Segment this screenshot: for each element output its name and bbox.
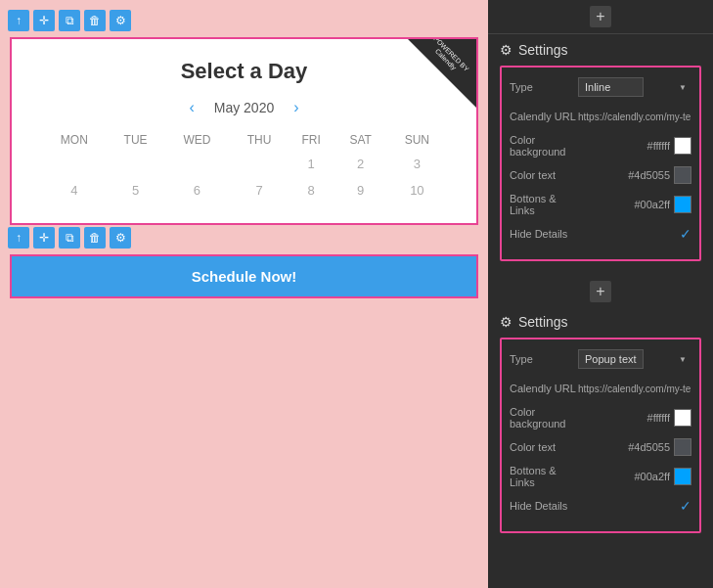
color-text-hex-1: #4d5055 <box>628 169 670 181</box>
color-text-swatch-1[interactable] <box>674 166 691 184</box>
color-text-value-2: #4d5055 <box>578 438 691 456</box>
calendar-cell: 9 <box>334 177 387 204</box>
btns-value-2: #00a2ff <box>578 468 691 485</box>
next-month-button[interactable]: › <box>293 100 298 115</box>
day-header-thu: THU <box>230 129 289 151</box>
drag-button-2[interactable]: ✛ <box>33 227 55 249</box>
settings-title-2: Settings <box>518 314 568 330</box>
settings-section-2: ⚙ Settings Type Popup text Inline Calen <box>488 306 713 549</box>
url-value-2: https://calendly.com/my-te <box>578 384 691 394</box>
settings-button-2[interactable]: ⚙ <box>110 227 131 249</box>
calendar-cell: 3 <box>387 151 447 177</box>
btns-hex-1: #00a2ff <box>634 199 670 210</box>
drag-button[interactable]: ✛ <box>33 10 55 31</box>
canvas: ↑ ✛ ⧉ 🗑 ⚙ POWERED BY Calendly Select a D… <box>0 0 488 588</box>
calendar-cell: 5 <box>108 177 164 204</box>
type-select-2[interactable]: Popup text Inline <box>578 349 644 369</box>
add-btn-row-top: + <box>488 0 713 34</box>
duplicate-button[interactable]: ⧉ <box>59 10 80 31</box>
url-value-1: https://calendly.com/my-te <box>578 112 691 122</box>
color-bg-swatch-1[interactable] <box>674 137 691 155</box>
settings-button[interactable]: ⚙ <box>110 10 131 31</box>
calendar-grid: MON TUE WED THU FRI SAT SUN <box>41 129 447 204</box>
url-row-2: Calendly URL https://calendly.com/my-te <box>510 377 691 400</box>
day-header-sat: SAT <box>334 129 387 151</box>
add-widget-button-middle[interactable]: + <box>590 281 611 302</box>
schedule-now-button[interactable]: Schedule Now! <box>12 256 476 296</box>
calendar-title: Select a Day <box>41 59 447 84</box>
calendar-cell: 10 <box>387 177 447 204</box>
day-header-mon: MON <box>41 129 108 151</box>
move-up-button-2[interactable]: ↑ <box>8 227 29 249</box>
hide-check-2: ✓ <box>578 498 691 514</box>
schedule-widget-area: ↑ ✛ ⧉ 🗑 ⚙ Schedule Now! <box>10 254 478 298</box>
hide-label-2: Hide Details <box>510 500 578 512</box>
add-btn-row-middle: + <box>488 277 713 306</box>
color-bg-row-2: Color background #ffffff <box>510 406 691 430</box>
calendar-widget-toolbar: ↑ ✛ ⧉ 🗑 ⚙ <box>8 10 131 31</box>
url-label-2: Calendly URL <box>510 383 578 394</box>
color-text-swatch-2[interactable] <box>674 438 691 456</box>
calendar-cell: 7 <box>230 177 289 204</box>
btns-label-2: Bottons & Links <box>510 465 578 488</box>
hide-label-1: Hide Details <box>510 228 578 240</box>
calendar-cell: 1 <box>289 151 334 177</box>
delete-button[interactable]: 🗑 <box>84 10 106 31</box>
gear-icon-2: ⚙ <box>500 314 512 330</box>
btns-hex-2: #00a2ff <box>634 471 670 482</box>
day-header-sun: SUN <box>387 129 447 151</box>
settings-panel-1: Type Inline Popup text Calendly URL http… <box>500 66 701 261</box>
type-select-1[interactable]: Inline Popup text <box>578 77 644 97</box>
type-value-1: Inline Popup text <box>578 77 691 97</box>
calendar-month-nav: ‹ May 2020 › <box>41 100 447 115</box>
color-bg-swatch-2[interactable] <box>674 409 691 427</box>
color-bg-label-2: Color background <box>510 406 578 430</box>
color-bg-hex-1: #ffffff <box>647 140 670 152</box>
color-text-label-1: Color text <box>510 169 578 181</box>
hide-row-2: Hide Details ✓ <box>510 494 691 518</box>
type-row-2: Type Popup text Inline <box>510 347 691 371</box>
color-text-hex-2: #4d5055 <box>628 441 670 453</box>
type-label-2: Type <box>510 353 578 365</box>
url-row-1: Calendly URL https://calendly.com/my-te <box>510 105 691 128</box>
color-bg-label-1: Color background <box>510 134 578 158</box>
color-text-value-1: #4d5055 <box>578 166 691 184</box>
settings-header-2: ⚙ Settings <box>500 314 701 330</box>
prev-month-button[interactable]: ‹ <box>189 100 194 115</box>
add-widget-button-top[interactable]: + <box>590 6 611 27</box>
type-select-wrapper-1: Inline Popup text <box>578 77 691 97</box>
color-bg-hex-2: #ffffff <box>647 412 670 424</box>
calendar-cell <box>230 151 289 177</box>
btns-swatch-2[interactable] <box>674 468 691 485</box>
calendar-cell: 2 <box>334 151 387 177</box>
calendar-cell: 4 <box>41 177 108 204</box>
calendar-widget: POWERED BY Calendly Select a Day ‹ May 2… <box>10 37 478 225</box>
check-icon-1: ✓ <box>680 226 691 242</box>
delete-button-2[interactable]: 🗑 <box>84 227 106 249</box>
settings-section-1: ⚙ Settings Type Inline Popup text Calen <box>488 34 713 277</box>
day-header-wed: WED <box>164 129 231 151</box>
btns-value-1: #00a2ff <box>578 196 691 213</box>
schedule-widget: Schedule Now! <box>10 254 478 298</box>
duplicate-button-2[interactable]: ⧉ <box>59 227 80 249</box>
color-text-row-1: Color text #4d5055 <box>510 163 691 187</box>
right-panel: + ⚙ Settings Type Inline Popup text <box>488 0 713 588</box>
color-bg-value-2: #ffffff <box>578 409 691 427</box>
settings-title-1: Settings <box>518 42 568 58</box>
type-value-2: Popup text Inline <box>578 349 691 369</box>
check-icon-2: ✓ <box>680 498 691 514</box>
hide-check-1: ✓ <box>578 226 691 242</box>
gear-icon-1: ⚙ <box>500 42 512 58</box>
type-label-1: Type <box>510 81 578 93</box>
day-header-tue: TUE <box>108 129 164 151</box>
settings-panel-2: Type Popup text Inline Calendly URL http… <box>500 338 701 533</box>
color-bg-value-1: #ffffff <box>578 137 691 155</box>
btns-row-2: Bottons & Links #00a2ff <box>510 465 691 488</box>
type-select-wrapper-2: Popup text Inline <box>578 349 691 369</box>
btns-swatch-1[interactable] <box>674 196 691 213</box>
color-text-label-2: Color text <box>510 441 578 453</box>
calendar-cell: 6 <box>164 177 231 204</box>
url-label-1: Calendly URL <box>510 111 578 122</box>
settings-header-1: ⚙ Settings <box>500 42 701 58</box>
move-up-button[interactable]: ↑ <box>8 10 29 31</box>
